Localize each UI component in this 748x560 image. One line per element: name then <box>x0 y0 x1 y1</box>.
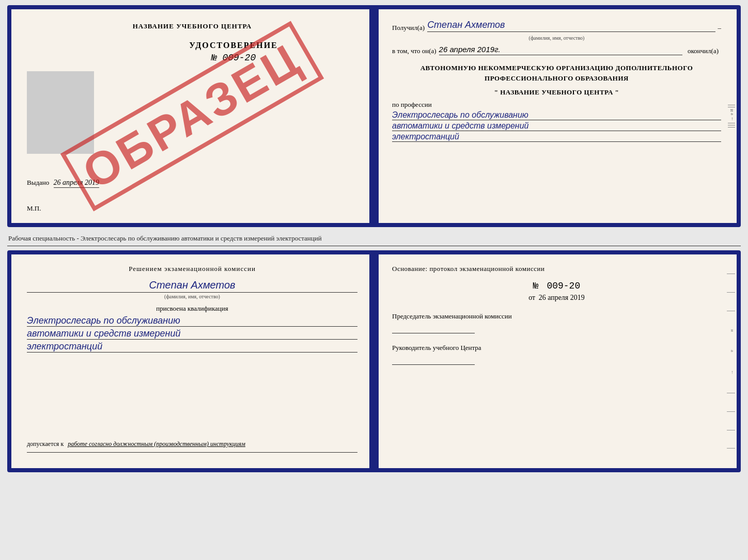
profession-line1: Электрослесарь по обслуживанию <box>392 110 721 120</box>
cert-left-panel: НАЗВАНИЕ УЧЕБНОГО ЦЕНТРА УДОСТОВЕРЕНИЕ №… <box>11 9 374 223</box>
received-row: Получил(а) Степан Ахметов – <box>392 20 721 32</box>
cert-center-title: НАЗВАНИЕ УЧЕБНОГО ЦЕНТРА <box>27 22 357 30</box>
issued-label: Выдано <box>27 179 49 186</box>
right-side-deco: и а ← <box>725 254 737 468</box>
profession-label: по профессии <box>392 101 721 109</box>
chairman-signature-line <box>392 323 475 333</box>
cert-doc-label: УДОСТОВЕРЕНИЕ <box>189 41 278 50</box>
protocol-number: № 009-20 <box>392 281 721 291</box>
qual-label: присвоена квалификация <box>27 305 357 313</box>
basis-label: Основание: протокол экзаменационной коми… <box>392 265 721 273</box>
specialty-text: Рабочая специальность - Электрослесарь п… <box>7 231 741 246</box>
director-signature-line <box>392 355 475 365</box>
bottom-left-panel: Решением экзаменационной комиссии Степан… <box>11 254 374 468</box>
top-document: НАЗВАНИЕ УЧЕБНОГО ЦЕНТРА УДОСТОВЕРЕНИЕ №… <box>7 5 741 227</box>
side-decorative: и а ← <box>726 9 737 223</box>
bottom-title: Решением экзаменационной комиссии <box>27 265 357 273</box>
qual-line3: электростанций <box>27 341 357 353</box>
chairman-block: Председатель экзаменационной комиссии <box>392 312 721 333</box>
date-prefix: от <box>528 294 535 301</box>
org-block: АВТОНОМНУЮ НЕКОММЕРЧЕСКУЮ ОРГАНИЗАЦИЮ ДО… <box>392 63 721 83</box>
bottom-document: Решением экзаменационной комиссии Степан… <box>7 250 741 472</box>
bottom-book-spine <box>369 254 379 468</box>
name-sub: (фамилия, имя, отчество) <box>392 35 721 41</box>
allowed-block: допускается к работе согласно должностны… <box>27 440 357 453</box>
bottom-name-sub: (фамилия, имя, отчество) <box>27 292 357 299</box>
date-value: 26 апреля 2019 <box>539 294 585 301</box>
inthat-row: в том, что он(а) 26 апреля 2019г. окончи… <box>392 45 721 55</box>
bottom-name: Степан Ахметов <box>27 279 357 291</box>
issued-date: 26 апреля 2019 <box>54 179 99 188</box>
finished-label: окончил(а) <box>688 47 719 55</box>
allowed-text: работе согласно должностным (производств… <box>68 440 245 447</box>
allowed-label: допускается к <box>27 440 64 447</box>
received-label: Получил(а) <box>392 24 425 32</box>
cert-issued: Выдано 26 апреля 2019 <box>27 179 357 187</box>
cert-number: № 009-20 <box>211 53 256 63</box>
qual-line2: автоматики и средств измерений <box>27 328 357 340</box>
cert-right-panel: Получил(а) Степан Ахметов – (фамилия, им… <box>374 9 737 223</box>
protocol-date: от 26 апреля 2019 <box>392 294 721 302</box>
profession-line2: автоматики и средств измерений <box>392 121 721 131</box>
profession-line3: электростанций <box>392 132 721 142</box>
director-block: Руководитель учебного Центра <box>392 344 721 365</box>
photo-placeholder <box>27 71 94 154</box>
number-prefix: № <box>533 281 539 291</box>
chairman-label: Председатель экзаменационной комиссии <box>392 312 721 321</box>
director-label: Руководитель учебного Центра <box>392 344 721 352</box>
inthat-label: в том, что он(а) <box>392 47 437 55</box>
qual-line1: Электрослесарь по обслуживанию <box>27 315 357 327</box>
mp-label: М.П. <box>27 204 41 213</box>
cert-center-block: УДОСТОВЕРЕНИЕ № 009-20 <box>110 41 357 68</box>
org-name: " НАЗВАНИЕ УЧЕБНОГО ЦЕНТРА " <box>392 88 721 97</box>
page-wrapper: НАЗВАНИЕ УЧЕБНОГО ЦЕНТРА УДОСТОВЕРЕНИЕ №… <box>7 5 741 472</box>
book-spine <box>369 9 379 223</box>
bottom-right-panel: Основание: протокол экзаменационной коми… <box>374 254 737 468</box>
inthat-date: 26 апреля 2019г. <box>439 45 682 55</box>
protocol-num: 009-20 <box>547 281 580 291</box>
received-name: Степан Ахметов <box>427 20 715 32</box>
